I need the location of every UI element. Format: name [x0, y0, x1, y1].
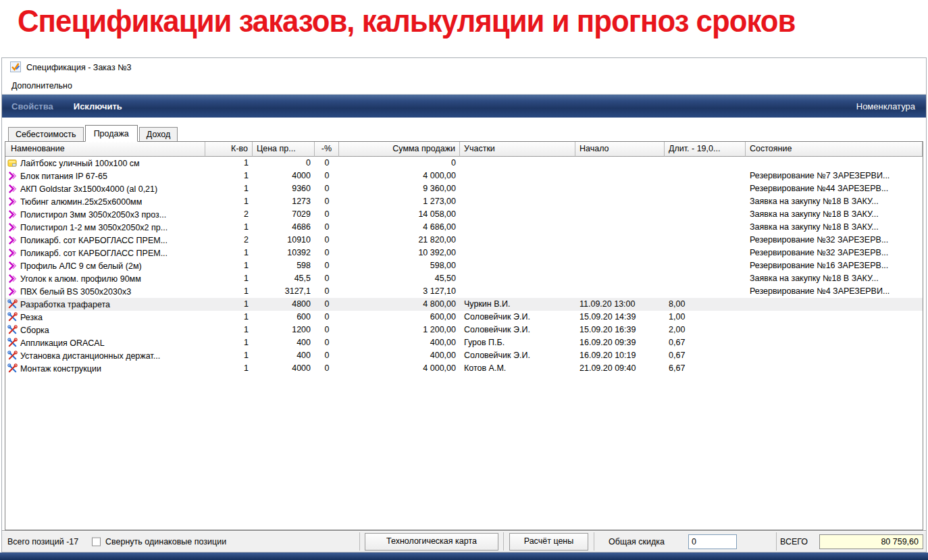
cell-sum: 600,00: [339, 311, 460, 324]
cell-sum: 10 392,00: [339, 247, 460, 259]
column-header-4[interactable]: Сумма продажи: [339, 142, 460, 157]
cell-price: 400: [253, 336, 315, 349]
cell-dur: 0,67: [665, 336, 746, 349]
table-row[interactable]: Поликарб. сот КАРБОГЛАСС ПРЕМ...21091002…: [5, 234, 923, 247]
collapse-duplicates-checkbox[interactable]: [92, 537, 101, 546]
tab-sale[interactable]: Продажа: [85, 125, 138, 142]
item-name: Профиль АЛС 9 см белый (2м): [20, 261, 142, 271]
column-header-3[interactable]: -%: [315, 142, 339, 157]
cell-price: 7029: [253, 208, 315, 221]
tab-cost[interactable]: Себестоимость: [8, 127, 84, 141]
column-header-2[interactable]: Цена пр...: [253, 142, 315, 157]
table-row[interactable]: АКП Goldstar 3х1500х4000 (al 0,21)193600…: [5, 182, 923, 195]
item-name-cell: Полистирол 3мм 3050х2050х3 проз...: [5, 208, 205, 221]
table-row[interactable]: Аппликация ORACAL14000400,00Гуров П.Б.16…: [5, 336, 923, 349]
table-row[interactable]: Монтаж конструкции1400004 000,00Котов А.…: [5, 362, 923, 375]
column-header-1[interactable]: К-во: [205, 142, 253, 157]
cell-start: 16.09.20 10:19: [575, 349, 665, 362]
column-header-5[interactable]: Участки: [460, 142, 575, 157]
cell-uch: [460, 247, 575, 259]
cell-price: 1273: [253, 195, 315, 208]
cell-dur: [665, 157, 746, 170]
window-title: Спецификация - Заказ №3: [26, 63, 132, 72]
cell-qty: 1: [205, 157, 253, 170]
table-row[interactable]: Полистирол 1-2 мм 3050х2050х2 пр...14686…: [5, 221, 923, 234]
tab-strip: Себестоимость Продажа Доход: [5, 118, 923, 142]
cell-status: Заявка на закупку №18 В ЗАКУ...: [746, 221, 923, 234]
cell-qty: 1: [205, 285, 253, 298]
cell-price: 4686: [253, 221, 315, 234]
material-icon: [7, 209, 18, 220]
item-name-cell: Установка дистанционных держат...: [5, 349, 205, 362]
cell-sum: 400,00: [339, 349, 460, 362]
table-row[interactable]: Резка16000600,00Соловейчик Э.И.15.09.20 …: [5, 311, 923, 324]
cell-qty: 1: [205, 311, 253, 324]
cell-pct: 0: [315, 234, 339, 247]
cell-sum: 4 000,00: [339, 362, 460, 375]
cell-start: [575, 234, 665, 247]
material-icon: [7, 274, 18, 284]
menu-additional[interactable]: Дополнительно: [6, 79, 78, 93]
cell-status: Резервирование №4 ЗАРЕЗЕРВИ...: [746, 285, 923, 298]
exclude-button[interactable]: Исключить: [74, 101, 122, 111]
column-header-0[interactable]: Наменование: [5, 142, 205, 157]
cell-uch: Соловейчик Э.И.: [460, 349, 575, 362]
table-row[interactable]: Установка дистанционных держат...1400040…: [5, 349, 923, 362]
cell-price: 4000: [253, 170, 315, 182]
item-name: Блок питания IP 67-65: [20, 172, 107, 181]
table-row[interactable]: Уголок к алюм. профилю 90мм145,5045,50За…: [5, 272, 923, 285]
cell-status: Заявка на закупку №18 В ЗАКУ...: [746, 208, 923, 221]
status-bar: Всего позиций -17 Свернуть одинаковые по…: [2, 530, 926, 552]
cell-qty: 1: [205, 349, 253, 362]
cell-start: [575, 182, 665, 195]
table-row[interactable]: Сборка1120001 200,00Соловейчик Э.И.15.09…: [5, 324, 923, 336]
cell-start: [575, 272, 665, 285]
statusbar-divider: [503, 532, 504, 551]
table-row[interactable]: Разработка трафарета1480004 800,00Чуркин…: [5, 298, 923, 311]
cell-pct: 0: [315, 259, 339, 272]
cell-status: Резервирование №16 ЗАРЕЗЕРВ...: [746, 259, 923, 272]
tech-card-button[interactable]: Технологическая карта: [365, 533, 498, 551]
cell-sum: 1 273,00: [339, 195, 460, 208]
discount-input[interactable]: [688, 534, 737, 549]
table-row[interactable]: Лайтбокс уличный 100х100 см1000: [5, 157, 923, 170]
cell-status: [746, 324, 923, 336]
specification-window: Спецификация - Заказ №3 Дополнительно Св…: [1, 57, 927, 553]
cell-dur: [665, 170, 746, 182]
column-header-7[interactable]: Длит. - 19,0...: [665, 142, 746, 157]
item-name: Полистирол 3мм 3050х2050х3 проз...: [20, 210, 166, 220]
table-row[interactable]: Поликарб. сот КАРБОГЛАСС ПРЕМ...11039201…: [5, 247, 923, 259]
cell-price: 3127,1: [253, 285, 315, 298]
assembly-icon: [7, 158, 18, 168]
cell-sum: 3 127,10: [339, 285, 460, 298]
cell-uch: [460, 195, 575, 208]
material-icon: [7, 248, 18, 258]
cell-price: 0: [253, 157, 315, 170]
table-row[interactable]: ПВХ белый BS 3050х2030х313127,103 127,10…: [5, 285, 923, 298]
item-name: Монтаж конструкции: [20, 364, 101, 374]
table-row[interactable]: Тюбинг алюмин.25х25х6000мм1127301 273,00…: [5, 195, 923, 208]
tab-income[interactable]: Доход: [139, 127, 178, 141]
column-header-6[interactable]: Начало: [575, 142, 665, 157]
nomenclature-button[interactable]: Номенклатура: [856, 101, 915, 111]
table-row[interactable]: Полистирол 3мм 3050х2050х3 проз...270290…: [5, 208, 923, 221]
table-row[interactable]: Блок питания IP 67-651400004 000,00Резер…: [5, 170, 923, 182]
grand-total-value: 80 759,60: [819, 534, 923, 549]
item-name-cell: Монтаж конструкции: [5, 362, 205, 375]
item-name: ПВХ белый BS 3050х2030х3: [20, 287, 131, 297]
cell-dur: [665, 182, 746, 195]
column-header-8[interactable]: Состояние: [746, 142, 923, 157]
cell-pct: 0: [315, 182, 339, 195]
price-calc-button[interactable]: Расчёт цены: [509, 533, 588, 551]
material-icon: [7, 197, 18, 207]
table-row[interactable]: Профиль АЛС 9 см белый (2м)15980598,00Ре…: [5, 259, 923, 272]
properties-button[interactable]: Свойства: [11, 101, 53, 111]
cell-dur: [665, 259, 746, 272]
item-name-cell: Лайтбокс уличный 100х100 см: [5, 157, 205, 170]
item-name: Сборка: [20, 326, 49, 335]
item-name: Лайтбокс уличный 100х100 см: [20, 159, 140, 168]
cell-pct: 0: [315, 311, 339, 324]
work-icon: [7, 363, 18, 374]
cell-qty: 2: [205, 208, 253, 221]
cell-qty: 1: [205, 170, 253, 182]
